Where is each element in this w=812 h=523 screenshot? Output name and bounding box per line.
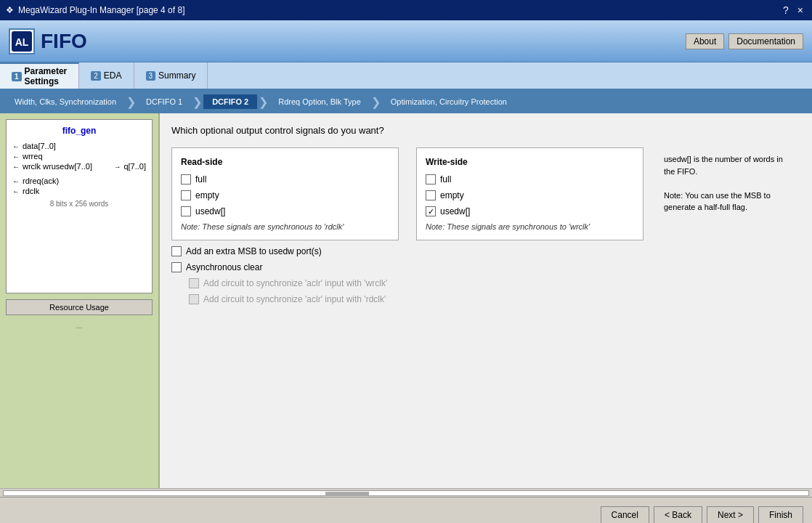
back-button[interactable]: < Back bbox=[654, 506, 702, 524]
read-usedw-row: usedw[] bbox=[181, 206, 389, 216]
extra-msb-label: Add an extra MSB to usedw port(s) bbox=[186, 246, 322, 256]
arrow-data-left: ← bbox=[12, 142, 20, 150]
read-empty-label: empty bbox=[195, 190, 219, 200]
info-panel: usedw[] is the number of words in the FI… bbox=[655, 147, 800, 240]
signals-row: Read-side full empty usedw[] Note: These… bbox=[171, 147, 643, 240]
right-panel: Which optional output control signals do… bbox=[160, 113, 812, 488]
window-title: MegaWizard Plug-In Manager [page 4 of 8] bbox=[18, 5, 184, 15]
header-logo: AL FIFO bbox=[9, 28, 87, 54]
step-optimization[interactable]: Optimization, Circuitry Protection bbox=[382, 94, 516, 109]
tabs-row: 1 ParameterSettings 2 EDA 3 Summary bbox=[0, 62, 812, 90]
next-button[interactable]: Next > bbox=[707, 506, 754, 524]
fifo-title: fifo_gen bbox=[12, 126, 146, 136]
extra-msb-checkbox[interactable] bbox=[171, 246, 182, 256]
close-button[interactable]: × bbox=[795, 4, 806, 16]
tab-summary[interactable]: 3 Summary bbox=[134, 62, 208, 89]
tab-label-eda: EDA bbox=[104, 70, 122, 81]
step-label-dcfifo1: DCFIFO 1 bbox=[146, 97, 182, 106]
question-text: Which optional output control signals do… bbox=[171, 125, 800, 136]
port-wrclk: ← wrclk wrusedw[7..0] → q[7..0] bbox=[12, 162, 146, 171]
header-buttons: About Documentation bbox=[686, 33, 803, 49]
scrollbar-thumb[interactable] bbox=[325, 492, 369, 496]
read-full-checkbox[interactable] bbox=[181, 174, 191, 185]
title-bar-left: ❖ MegaWizard Plug-In Manager [page 4 of … bbox=[6, 5, 184, 15]
step-width-clks[interactable]: Width, Clks, Synchronization bbox=[6, 94, 125, 109]
extra-msb-row: Add an extra MSB to usedw port(s) bbox=[171, 246, 800, 256]
write-full-label: full bbox=[440, 174, 451, 185]
step-label-opt: Optimization, Circuitry Protection bbox=[391, 97, 507, 106]
cancel-button[interactable]: Cancel bbox=[601, 506, 649, 524]
read-side-note: Note: These signals are synchronous to '… bbox=[181, 222, 389, 231]
resource-usage-button[interactable]: Resource Usage bbox=[6, 299, 153, 315]
window-icon: ❖ bbox=[6, 5, 14, 15]
fifo-diagram-box: fifo_gen ← data[7..0] ← wrreq ← wrclk wr… bbox=[6, 119, 153, 293]
resource-dots: ... bbox=[6, 321, 153, 330]
write-empty-checkbox[interactable] bbox=[426, 190, 436, 200]
arrow-rdclk-left: ← bbox=[12, 187, 20, 195]
left-panel: fifo_gen ← data[7..0] ← wrreq ← wrclk wr… bbox=[0, 113, 160, 488]
read-side-title: Read-side bbox=[181, 157, 389, 167]
write-full-checkbox[interactable] bbox=[426, 174, 436, 185]
step-rdreq[interactable]: Rdreq Option, Blk Type bbox=[269, 94, 370, 109]
arrow-wrclk-left: ← bbox=[12, 163, 20, 171]
arrow-rdreq-left: ← bbox=[12, 177, 20, 185]
step-dcfifo1[interactable]: DCFIFO 1 bbox=[137, 94, 191, 109]
port-rdreq-label: rdreq(ack) bbox=[23, 177, 81, 185]
step-arrow-2: ❯ bbox=[191, 95, 203, 109]
arrow-q-right: → bbox=[113, 163, 121, 171]
step-label-dcfifo2: DCFIFO 2 bbox=[212, 97, 248, 106]
read-full-label: full bbox=[195, 174, 206, 185]
write-side-group: Write-side full empty usedw[] Note: Thes… bbox=[416, 147, 643, 240]
logo-icon: AL bbox=[9, 28, 35, 54]
title-bar: ❖ MegaWizard Plug-In Manager [page 4 of … bbox=[0, 0, 812, 20]
port-rdreq: ← rdreq(ack) bbox=[12, 177, 146, 185]
sync-aclr-wrclk-label: Add circuit to synchronize 'aclr' input … bbox=[203, 278, 387, 288]
step-dcfifo2[interactable]: DCFIFO 2 bbox=[203, 94, 257, 109]
help-button[interactable]: ? bbox=[780, 4, 792, 16]
sync-aclr-rdclk-row: Add circuit to synchronize 'aclr' input … bbox=[189, 294, 800, 304]
about-button[interactable]: About bbox=[686, 33, 724, 49]
step-arrow-1: ❯ bbox=[125, 95, 137, 109]
bottom-buttons: Cancel < Back Next > Finish bbox=[601, 506, 803, 524]
scrollbar-track[interactable] bbox=[3, 490, 809, 496]
sync-aclr-wrclk-row: Add circuit to synchronize 'aclr' input … bbox=[189, 278, 800, 288]
tab-eda[interactable]: 2 EDA bbox=[79, 62, 134, 89]
tab-label-parameter: ParameterSettings bbox=[25, 66, 68, 86]
fifo-diagram: ← data[7..0] ← wrreq ← wrclk wrusedw[7..… bbox=[12, 142, 146, 208]
tab-parameter-settings[interactable]: 1 ParameterSettings bbox=[0, 62, 79, 89]
async-clear-label: Asynchronous clear bbox=[186, 262, 262, 272]
app-title: FIFO bbox=[41, 30, 87, 53]
header-area: AL FIFO About Documentation bbox=[0, 20, 812, 62]
title-bar-controls: ? × bbox=[780, 4, 806, 16]
port-wrreq-label: wrreq bbox=[23, 152, 81, 161]
port-rdclk-label: rdclk bbox=[23, 187, 81, 195]
write-usedw-checkbox[interactable] bbox=[426, 206, 436, 216]
tab-num-3: 3 bbox=[146, 71, 156, 81]
info-text: usedw[] is the number of words in the FI… bbox=[664, 155, 783, 211]
tab-num-2: 2 bbox=[91, 71, 101, 81]
read-empty-row: empty bbox=[181, 190, 389, 200]
documentation-button[interactable]: Documentation bbox=[728, 33, 803, 49]
port-data: ← data[7..0] bbox=[12, 142, 146, 150]
finish-button[interactable]: Finish bbox=[758, 506, 803, 524]
step-arrow-3: ❯ bbox=[257, 95, 269, 109]
sync-aclr-wrclk-checkbox[interactable] bbox=[189, 278, 199, 288]
tab-label-summary: Summary bbox=[158, 70, 195, 81]
fifo-size: 8 bits x 256 words bbox=[12, 200, 146, 208]
write-empty-row: empty bbox=[426, 190, 634, 200]
write-side-title: Write-side bbox=[426, 157, 634, 167]
port-rdclk: ← rdclk bbox=[12, 187, 146, 195]
sync-aclr-rdclk-label: Add circuit to synchronize 'aclr' input … bbox=[203, 294, 386, 304]
read-empty-checkbox[interactable] bbox=[181, 190, 191, 200]
sync-aclr-rdclk-checkbox[interactable] bbox=[189, 294, 199, 304]
write-full-row: full bbox=[426, 174, 634, 185]
write-usedw-label: usedw[] bbox=[440, 206, 470, 216]
read-usedw-label: usedw[] bbox=[195, 206, 225, 216]
step-label-rdreq: Rdreq Option, Blk Type bbox=[278, 97, 361, 106]
scrollbar-area bbox=[0, 488, 812, 497]
read-side-group: Read-side full empty usedw[] Note: These… bbox=[171, 147, 399, 240]
write-empty-label: empty bbox=[440, 190, 464, 200]
read-usedw-checkbox[interactable] bbox=[181, 206, 191, 216]
port-data-label: data[7..0] bbox=[23, 142, 81, 150]
async-clear-checkbox[interactable] bbox=[171, 262, 182, 272]
